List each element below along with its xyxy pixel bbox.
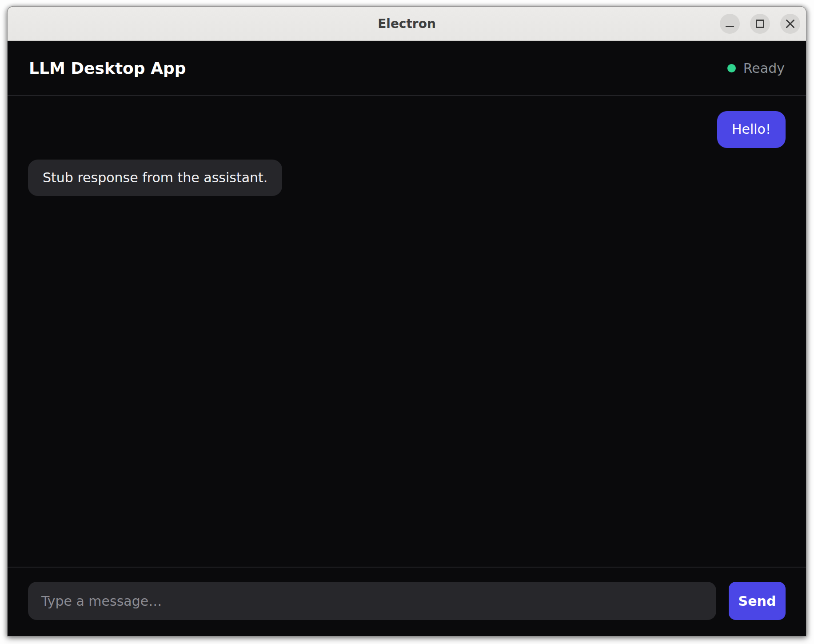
maximize-icon [756,20,764,28]
status-dot-icon [727,64,736,72]
status-badge: Ready [727,60,785,76]
chat-message-assistant: Stub response from the assistant. [28,160,282,196]
app-header: LLM Desktop App Ready [8,41,806,96]
maximize-button[interactable] [750,14,770,34]
send-button[interactable]: Send [729,582,786,620]
page-title: LLM Desktop App [29,59,186,77]
close-icon [785,19,795,29]
window-title: Electron [378,16,436,31]
titlebar[interactable]: Electron [8,7,806,41]
close-button[interactable] [780,14,800,34]
message-composer: Send [8,567,806,636]
chat-message-list: Hello! Stub response from the assistant. [8,96,806,567]
status-label: Ready [743,60,785,76]
minimize-button[interactable] [720,14,740,34]
minimize-icon [726,26,734,27]
chat-message-user: Hello! [717,111,786,148]
app-window: Electron LLM Desktop App Ready Hello! [7,6,806,636]
message-input[interactable] [28,582,716,620]
window-controls [720,7,800,40]
